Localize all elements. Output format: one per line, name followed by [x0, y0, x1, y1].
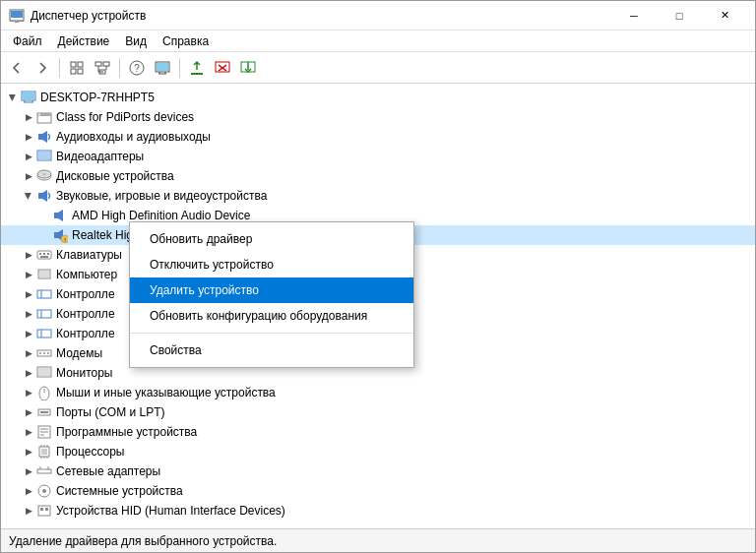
svg-rect-84 — [37, 469, 51, 473]
svg-rect-6 — [71, 69, 76, 74]
list-item[interactable]: ▶ Порты (COM и LPT) — [1, 402, 755, 422]
item-label: Мыши и иные указывающие устройства — [56, 386, 276, 399]
help-button[interactable]: ? — [125, 56, 149, 80]
menu-file[interactable]: Файл — [5, 32, 50, 50]
svg-rect-53 — [40, 256, 48, 258]
item-label: Контролле — [56, 327, 115, 340]
list-item[interactable]: ▶ Устройства HID (Human Interface Device… — [1, 501, 755, 521]
tree-button[interactable] — [91, 56, 114, 80]
item-label: Модемы — [56, 346, 102, 360]
minimize-button[interactable]: ─ — [611, 1, 657, 31]
window-icon — [9, 8, 25, 24]
svg-rect-50 — [39, 253, 41, 255]
item-label: Клавиатуры — [56, 248, 122, 262]
svg-rect-21 — [191, 73, 203, 75]
svg-rect-45 — [54, 232, 58, 238]
scan-hardware-menu-item[interactable]: Обновить конфигурацию оборудования — [130, 303, 413, 329]
menu-view[interactable]: Вид — [117, 32, 155, 50]
list-item[interactable]: ▶ Программные устройства — [1, 422, 755, 442]
list-item[interactable]: ▶ Системные устройства — [1, 481, 755, 501]
amd-audio-label: AMD High Definition Audio Device — [72, 209, 250, 222]
list-item[interactable]: ▶ Сетевые адаптеры — [1, 461, 755, 481]
update-driver-menu-item[interactable]: Обновить драйвер — [130, 226, 413, 252]
item-label: Контролле — [56, 287, 115, 301]
menu-action[interactable]: Действие — [50, 32, 118, 50]
svg-rect-34 — [38, 134, 42, 140]
arrow-icon: ▶ — [21, 424, 36, 440]
arrow-icon: ▶ — [21, 247, 36, 263]
svg-rect-7 — [78, 69, 83, 74]
network-icon — [36, 463, 52, 479]
arrow-icon: ▶ — [21, 463, 36, 479]
maximize-button[interactable]: □ — [657, 1, 702, 31]
svg-point-40 — [42, 173, 46, 175]
svg-rect-4 — [71, 62, 76, 67]
arrow-icon: ▶ — [21, 444, 36, 460]
svg-rect-41 — [38, 193, 42, 199]
show-hidden-button[interactable] — [65, 56, 89, 80]
window-controls: ─ □ ✕ — [611, 1, 747, 31]
menu-help[interactable]: Справка — [155, 32, 217, 50]
list-item[interactable]: ▶ Процессоры — [1, 442, 755, 461]
item-label: Мониторы — [56, 366, 112, 380]
svg-rect-89 — [38, 506, 50, 516]
toolbar: ? — [1, 52, 755, 84]
content-area: ▶ DESKTOP-7RHHPT5 ▶ — [1, 84, 755, 528]
menu-bar: Файл Действие Вид Справка — [1, 31, 755, 52]
status-text: Удаление драйвера для выбранного устройс… — [9, 534, 277, 548]
back-button[interactable] — [5, 56, 29, 80]
svg-marker-44 — [58, 210, 63, 221]
svg-point-65 — [47, 352, 49, 354]
sound-devices-group[interactable]: ▶ Звуковые, игровые и видеоустройства — [1, 186, 755, 206]
svg-rect-77 — [41, 449, 47, 455]
svg-rect-22 — [216, 62, 229, 72]
svg-point-63 — [39, 352, 41, 354]
list-item[interactable]: ▶ Дисковые устройства — [1, 166, 755, 186]
arrow-icon: ▶ — [21, 286, 36, 302]
software-icon — [36, 424, 52, 440]
arrow-icon: ▶ — [21, 365, 36, 381]
svg-rect-52 — [47, 253, 49, 255]
arrow-icon: ▶ — [21, 404, 36, 420]
list-item[interactable]: ▶ Class for PdiPorts devices — [1, 107, 755, 127]
svg-point-64 — [43, 352, 45, 354]
system-icon — [36, 483, 52, 499]
svg-marker-42 — [42, 190, 47, 202]
item-label: Дисковые устройства — [56, 169, 174, 183]
svg-rect-60 — [37, 330, 51, 338]
remove-device-menu-item[interactable]: Удалить устройство — [130, 277, 413, 303]
list-item[interactable]: ▶ Видеоадаптеры — [1, 147, 755, 166]
scan-hardware-button[interactable] — [236, 56, 260, 80]
svg-rect-51 — [43, 253, 45, 255]
arrow-icon: ▶ — [21, 267, 36, 282]
processor-icon — [36, 444, 52, 460]
arrow-icon: ▶ — [21, 326, 36, 341]
remove-device-button[interactable] — [211, 56, 234, 80]
toolbar-separator-2 — [119, 58, 120, 78]
tree-root[interactable]: ▶ DESKTOP-7RHHPT5 — [1, 88, 755, 107]
list-item[interactable]: ▶ Аудиовходы и аудиовыходы — [1, 127, 755, 147]
svg-rect-58 — [37, 310, 51, 318]
monitor-button[interactable] — [151, 56, 174, 80]
update-driver-button[interactable] — [185, 56, 209, 80]
disable-device-menu-item[interactable]: Отключить устройство — [130, 252, 413, 277]
item-label: Аудиовходы и аудиовыходы — [56, 130, 211, 144]
controller3-icon — [36, 326, 52, 341]
modem-icon — [36, 345, 52, 361]
arrow-icon: ▶ — [21, 109, 36, 125]
monitor-icon — [36, 365, 52, 381]
item-label: Контролле — [56, 307, 115, 321]
arrow-icon: ▶ — [21, 149, 36, 164]
item-label: Процессоры — [56, 445, 125, 459]
svg-rect-55 — [39, 271, 49, 277]
status-bar: Удаление драйвера для выбранного устройс… — [1, 528, 755, 552]
window-title: Диспетчер устройств — [31, 9, 611, 23]
properties-menu-item[interactable]: Свойства — [130, 338, 413, 363]
realtek-icon: ! — [52, 227, 68, 243]
close-button[interactable]: ✕ — [702, 1, 747, 31]
list-item[interactable]: ▶ Мыши и иные указывающие устройства — [1, 383, 755, 402]
forward-button[interactable] — [31, 56, 54, 80]
arrow-icon: ▶ — [21, 503, 36, 519]
context-menu-separator — [130, 333, 413, 334]
svg-rect-3 — [15, 21, 19, 23]
